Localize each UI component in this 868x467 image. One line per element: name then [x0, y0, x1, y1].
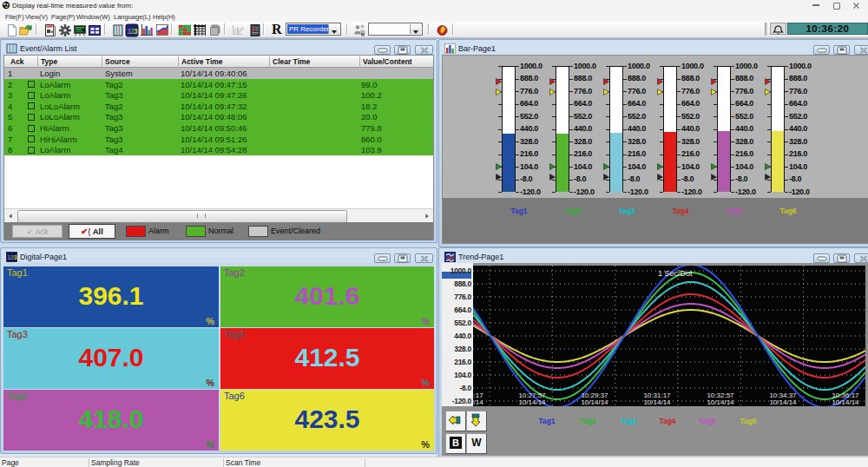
svg-text:10/14/14: 10/14/14 — [473, 398, 483, 406]
svg-text:10/14/14: 10/14/14 — [707, 398, 734, 406]
svg-text:3: 3 — [134, 27, 138, 36]
svg-text:10/14/14: 10/14/14 — [769, 398, 797, 406]
svg-text:3: 3 — [13, 253, 16, 261]
svg-text:10/14/14: 10/14/14 — [643, 398, 671, 406]
svg-text:10/14/14: 10/14/14 — [518, 398, 546, 406]
svg-text:10/14/14: 10/14/14 — [581, 398, 608, 406]
svg-text:10/14/14: 10/14/14 — [832, 398, 859, 406]
svg-text:1 Sec/Dot: 1 Sec/Dot — [658, 269, 693, 278]
